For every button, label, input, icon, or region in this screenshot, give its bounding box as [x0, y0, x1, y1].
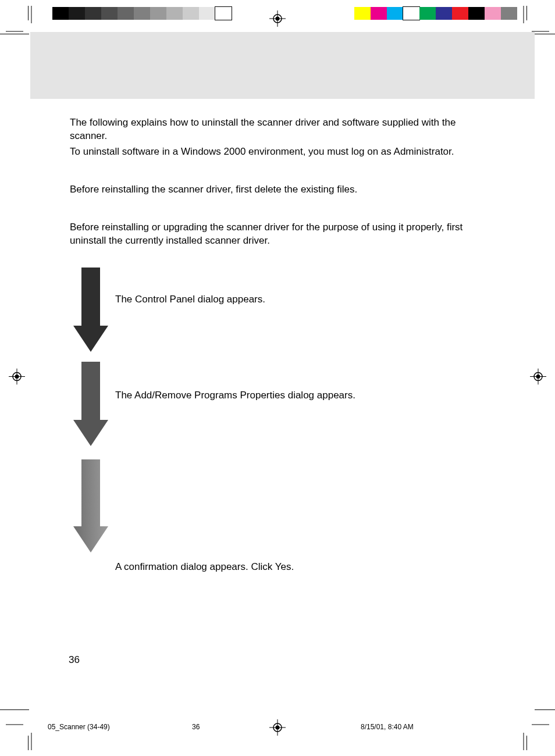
section-note-2: Before reinstalling or upgrading the sca… [70, 221, 494, 248]
trim-line [0, 709, 29, 710]
trim-line [28, 6, 29, 20]
color-bar [354, 7, 517, 23]
svg-marker-26 [73, 459, 108, 552]
arrow-down-icon [73, 268, 108, 352]
page-number: 36 [69, 654, 80, 666]
trim-line [535, 709, 555, 710]
trim-line [526, 736, 527, 750]
intro-paragraph-2: To uninstall software in a Windows 2000 … [70, 145, 494, 159]
registration-mark-icon [269, 10, 286, 30]
step-note-1: The Control Panel dialog appears. [115, 294, 265, 305]
svg-marker-25 [73, 362, 108, 446]
arrow-down-icon [73, 362, 108, 446]
trim-line [0, 34, 29, 34]
section-note-1: Before reinstalling the scanner driver, … [70, 183, 494, 197]
step-note-2: The Add/Remove Programs Properties dialo… [115, 390, 355, 401]
registration-mark-icon [530, 369, 546, 388]
svg-marker-24 [73, 268, 108, 352]
grayscale-bar [52, 7, 232, 23]
footer-timestamp: 8/15/01, 8:40 AM [361, 723, 414, 731]
footer-page: 36 [192, 723, 200, 731]
step-note-3: A confirmation dialog appears. Click Yes… [115, 561, 294, 573]
registration-mark-icon [269, 719, 286, 739]
registration-mark-icon [9, 369, 25, 388]
trim-line [526, 6, 527, 20]
trim-line [535, 34, 555, 34]
trim-line [28, 736, 29, 750]
intro-paragraph-1: The following explains how to uninstall … [70, 116, 494, 143]
footer-filename: 05_Scanner (34-49) [48, 723, 110, 731]
arrow-down-icon [73, 459, 108, 552]
header-band [30, 32, 535, 99]
